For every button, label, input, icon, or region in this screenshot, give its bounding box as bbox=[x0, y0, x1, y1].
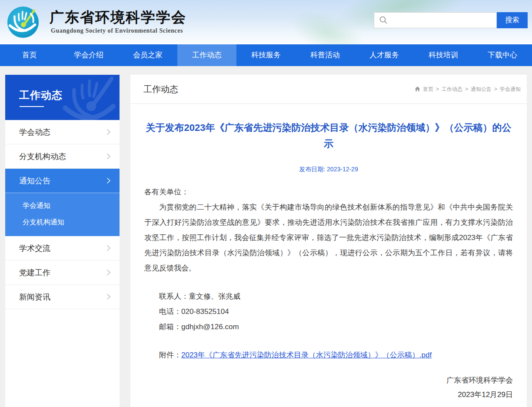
nav-item-home[interactable]: 首页 bbox=[0, 44, 59, 66]
search-box: 搜索 bbox=[374, 12, 528, 28]
org-name-en: Guangdong Society of Environmental Scien… bbox=[51, 27, 183, 34]
main-nav: 首页 学会介绍 会员之家 工作动态 科技服务 科普活动 人才服务 科技培训 下载… bbox=[0, 44, 532, 66]
nav-item-members[interactable]: 会员之家 bbox=[118, 44, 177, 66]
attachment-pdf-link[interactable]: 2023年《广东省先进污染防治技术目录（水污染防治领域）》（公示稿）.pdf bbox=[181, 351, 432, 359]
search-icon bbox=[379, 16, 388, 24]
sidebar-item-society-news[interactable]: 学会动态 bbox=[5, 120, 120, 144]
chevron-right-icon bbox=[106, 129, 111, 135]
chevron-right-icon bbox=[106, 153, 111, 160]
sidebar-item-label: 党建工作 bbox=[19, 267, 50, 278]
content-header: 工作动态 首页 > 工作动态 > 通知公告 > 学会通知 bbox=[130, 75, 527, 104]
breadcrumb-home[interactable]: 首页 bbox=[423, 86, 433, 93]
sidebar-subitem-society-notices[interactable]: 学会通知 bbox=[5, 197, 120, 214]
nav-item-tech-training[interactable]: 科技培训 bbox=[414, 44, 473, 66]
nav-item-science-activities[interactable]: 科普活动 bbox=[296, 44, 355, 66]
watermark-logo-icon bbox=[53, 75, 120, 120]
breadcrumb: 首页 > 工作动态 > 通知公告 > 学会通知 bbox=[415, 86, 521, 93]
sidebar: 工作动态 学会动态 分支机构动态 通知公告 学会通知 分支机构通知 学术交流 党… bbox=[5, 75, 120, 407]
breadcrumb-work-news[interactable]: 工作动态 bbox=[442, 86, 462, 93]
nav-item-tech-services[interactable]: 科技服务 bbox=[236, 44, 296, 66]
search-button[interactable]: 搜索 bbox=[497, 12, 528, 28]
search-input[interactable] bbox=[374, 12, 497, 28]
article-publish-date: 发布日期: 2023-12-29 bbox=[144, 166, 513, 173]
page-title: 工作动态 bbox=[143, 83, 178, 95]
home-icon bbox=[415, 86, 420, 92]
sidebar-item-label: 分支机构动态 bbox=[19, 151, 66, 162]
article-body: 各有关单位： 为贯彻党的二十大精神，落实《关于构建市场导向的绿色技术创新体系的指… bbox=[144, 184, 513, 276]
attachment-row: 附件：2023年《广东省先进污染防治技术目录（水污染防治领域）》（公示稿）.pd… bbox=[144, 350, 513, 360]
article-paragraph: 为贯彻党的二十大精神，落实《关于构建市场导向的绿色技术创新体系的指导意见》和《中… bbox=[144, 200, 513, 276]
society-logo-icon bbox=[6, 4, 40, 40]
attachment-label: 附件： bbox=[159, 351, 181, 359]
sidebar-header: 工作动态 bbox=[5, 75, 120, 120]
article-title: 关于发布2023年《广东省先进污染防治技术目录（水污染防治领域）》（公示稿）的公… bbox=[144, 120, 513, 152]
sidebar-item-label: 新闻资讯 bbox=[19, 292, 50, 302]
article-salutation: 各有关单位： bbox=[144, 184, 513, 200]
contact-email: 邮箱：gdhjxh@126.com bbox=[144, 319, 513, 334]
sidebar-item-label: 通知公告 bbox=[19, 176, 50, 186]
breadcrumb-separator: > bbox=[465, 86, 468, 92]
article: 关于发布2023年《广东省先进污染防治技术目录（水污染防治领域）》（公示稿）的公… bbox=[130, 120, 527, 402]
sidebar-item-notices[interactable]: 通知公告 bbox=[5, 169, 120, 193]
sidebar-subitem-branch-notices[interactable]: 分支机构通知 bbox=[5, 214, 120, 230]
sidebar-item-academic-exchange[interactable]: 学术交流 bbox=[5, 236, 120, 260]
chevron-right-icon bbox=[106, 177, 111, 184]
breadcrumb-notices[interactable]: 通知公告 bbox=[471, 86, 492, 93]
nav-item-work-news[interactable]: 工作动态 bbox=[177, 44, 236, 66]
contact-block: 联系人：童文修、张兆威 电话：020-83525104 邮箱：gdhjxh@12… bbox=[144, 289, 513, 334]
nav-item-talent-services[interactable]: 人才服务 bbox=[355, 44, 414, 66]
sidebar-item-label: 学会动态 bbox=[19, 127, 50, 137]
breadcrumb-separator: > bbox=[494, 86, 497, 92]
sidebar-item-news[interactable]: 新闻资讯 bbox=[5, 285, 120, 309]
content-panel: 工作动态 首页 > 工作动态 > 通知公告 > 学会通知 关于发布2023年《广… bbox=[130, 75, 527, 407]
breadcrumb-separator: > bbox=[436, 86, 439, 92]
contact-person: 联系人：童文修、张兆威 bbox=[144, 289, 513, 304]
sidebar-item-party-building[interactable]: 党建工作 bbox=[5, 260, 120, 285]
breadcrumb-society-notices[interactable]: 学会通知 bbox=[500, 86, 521, 93]
sidebar-item-branch-news[interactable]: 分支机构动态 bbox=[5, 144, 120, 169]
org-name-zh: 广东省环境科学学会 bbox=[50, 8, 186, 27]
nav-item-about[interactable]: 学会介绍 bbox=[59, 44, 118, 66]
sidebar-submenu: 学会通知 分支机构通知 bbox=[5, 193, 120, 236]
chevron-right-icon bbox=[106, 269, 111, 276]
sidebar-item-label: 学术交流 bbox=[19, 243, 50, 254]
contact-phone: 电话：020-83525104 bbox=[144, 304, 513, 319]
nav-item-downloads[interactable]: 下载中心 bbox=[473, 44, 532, 66]
chevron-right-icon bbox=[106, 294, 111, 300]
signature-date: 2023年12月29日 bbox=[144, 387, 513, 402]
sidebar-title-underline bbox=[20, 106, 44, 107]
site-header: 广东省环境科学学会 Guangdong Society of Environme… bbox=[0, 0, 532, 44]
signature-org: 广东省环境科学学会 bbox=[144, 373, 513, 387]
signature-block: 广东省环境科学学会 2023年12月29日 bbox=[144, 373, 513, 402]
chevron-right-icon bbox=[106, 245, 111, 251]
sidebar-title: 工作动态 bbox=[19, 88, 63, 102]
